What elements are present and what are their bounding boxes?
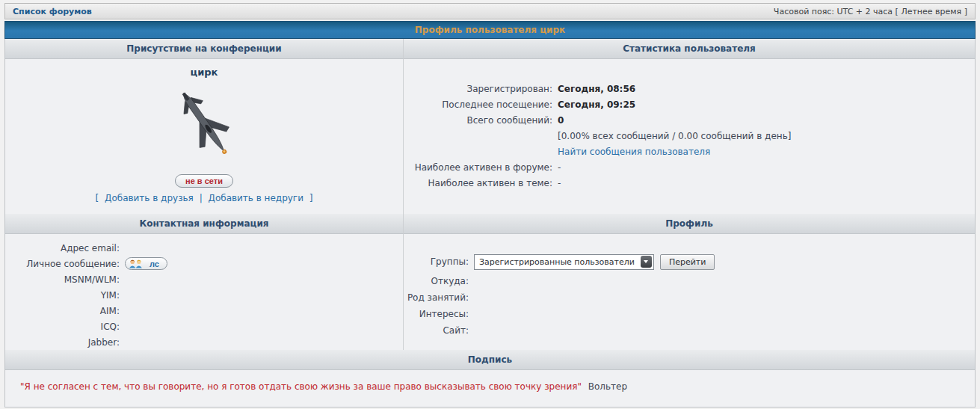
find-user-posts-link[interactable]: Найти сообщения пользователя xyxy=(558,147,710,157)
contact-msnm-row: MSNM/WLM: xyxy=(5,271,403,287)
forum-list-link[interactable]: Список форумов xyxy=(13,7,92,16)
groups-label: Группы: xyxy=(404,256,469,267)
username: цирк xyxy=(191,67,218,78)
signature-header: Подпись xyxy=(5,350,975,370)
profile-header: Профиль xyxy=(404,214,975,234)
page: Список форумов Часовой пояс: UTC + 2 час… xyxy=(4,3,976,408)
posts-percent-text: [0.00% всех сообщений / 0.00 сообщений в… xyxy=(558,129,791,144)
stat-active-topic: Наиболее активен в теме: - xyxy=(404,176,975,191)
stat-label: Наиболее активен в теме: xyxy=(404,176,552,191)
top-navigation-bar: Список форумов Часовой пояс: UTC + 2 час… xyxy=(4,3,976,19)
stat-value: 0 xyxy=(558,113,564,129)
groups-select[interactable]: Зарегистрированные пользователи xyxy=(474,254,654,270)
statistics-section: Зарегистрирован: Сегодня, 08:56 Последне… xyxy=(404,59,975,214)
from-row: Откуда: xyxy=(404,273,975,289)
links-separator: | xyxy=(200,193,203,203)
stat-label: Зарегистрирован: xyxy=(404,82,552,97)
signature-quote: "Я не согласен с тем, что вы говорите, н… xyxy=(20,381,582,392)
interests-row: Интересы: xyxy=(404,306,975,322)
contact-header: Контактная информация xyxy=(5,214,404,234)
friend-foe-links: [ Добавить в друзья | Добавить в недруги… xyxy=(94,193,315,203)
page-title: Профиль пользователя цирк xyxy=(415,25,565,35)
stat-label: Последнее посещение: xyxy=(404,97,552,113)
stat-active-forum: Наиболее активен в форуме: - xyxy=(404,160,975,176)
occupation-row: Род занятий: xyxy=(404,289,975,306)
aim-label: AIM: xyxy=(5,306,120,316)
contact-icq-row: ICQ: xyxy=(5,319,403,334)
stat-find-posts: Найти сообщения пользователя xyxy=(404,144,975,160)
from-label: Откуда: xyxy=(404,276,469,286)
groups-row: Группы: Зарегистрированные пользователи … xyxy=(404,253,975,270)
jabber-label: Jabber: xyxy=(5,337,120,348)
add-friend-link[interactable]: Добавить в друзья xyxy=(105,193,194,203)
signature-section: "Я не согласен с тем, что вы говорите, н… xyxy=(5,370,975,407)
stat-last-visit: Последнее посещение: Сегодня, 09:25 xyxy=(404,97,975,113)
stat-value: - xyxy=(558,160,561,176)
website-row: Сайт: xyxy=(404,322,975,339)
bracket-close: ] xyxy=(309,193,313,203)
stat-label: Всего сообщений: xyxy=(404,113,552,129)
timezone-text: Часовой пояс: UTC + 2 часа [ Летнее врем… xyxy=(774,7,967,16)
pm-button-label: лс xyxy=(150,259,159,268)
stat-value: Сегодня, 08:56 xyxy=(558,82,635,97)
contact-yim-row: YIM: xyxy=(5,287,403,303)
fighter-jet-avatar xyxy=(175,81,233,167)
online-status-button[interactable]: не в сети xyxy=(175,174,233,188)
two-users-icon xyxy=(129,259,147,268)
profile-section: Группы: Зарегистрированные пользователи … xyxy=(404,234,975,350)
stat-total-posts: Всего сообщений: 0 xyxy=(404,113,975,129)
contact-pm-row: Личное сообщение: лс xyxy=(5,256,403,271)
profile-table: Присутствие на конференции Статистика по… xyxy=(4,39,976,408)
email-label: Адрес email: xyxy=(5,243,120,253)
contact-section: Адрес email: Личное сообщение: лс xyxy=(5,234,404,350)
interests-label: Интересы: xyxy=(404,309,469,319)
contact-email-row: Адрес email: xyxy=(5,240,403,256)
chevron-down-icon xyxy=(641,256,652,268)
stat-label: Наиболее активен в форуме: xyxy=(404,160,552,176)
contact-jabber-row: Jabber: xyxy=(5,334,403,350)
website-label: Сайт: xyxy=(404,325,469,336)
go-button[interactable]: Перейти xyxy=(660,254,715,270)
presence-section: цирк не в сети xyxy=(5,59,404,214)
msnm-label: MSNM/WLM: xyxy=(5,274,120,285)
presence-header: Присутствие на конференции xyxy=(5,39,404,59)
icq-label: ICQ: xyxy=(5,322,120,332)
yim-label: YIM: xyxy=(5,290,120,301)
statistics-header: Статистика пользователя xyxy=(404,39,975,59)
signature-author: Вольтер xyxy=(588,381,627,392)
stat-posts-percent: [0.00% всех сообщений / 0.00 сообщений в… xyxy=(404,129,975,144)
bracket-open: [ xyxy=(96,193,99,203)
stat-value: Сегодня, 09:25 xyxy=(558,97,635,113)
pm-label: Личное сообщение: xyxy=(5,259,120,269)
occupation-label: Род занятий: xyxy=(404,292,469,303)
stat-registered: Зарегистрирован: Сегодня, 08:56 xyxy=(404,82,975,97)
send-pm-button[interactable]: лс xyxy=(125,257,167,270)
add-foe-link[interactable]: Добавить в недруги xyxy=(209,193,303,203)
contact-aim-row: AIM: xyxy=(5,303,403,319)
page-title-bar: Профиль пользователя цирк xyxy=(4,21,976,39)
stat-value: - xyxy=(558,176,561,191)
groups-selected-option: Зарегистрированные пользователи xyxy=(479,257,635,267)
